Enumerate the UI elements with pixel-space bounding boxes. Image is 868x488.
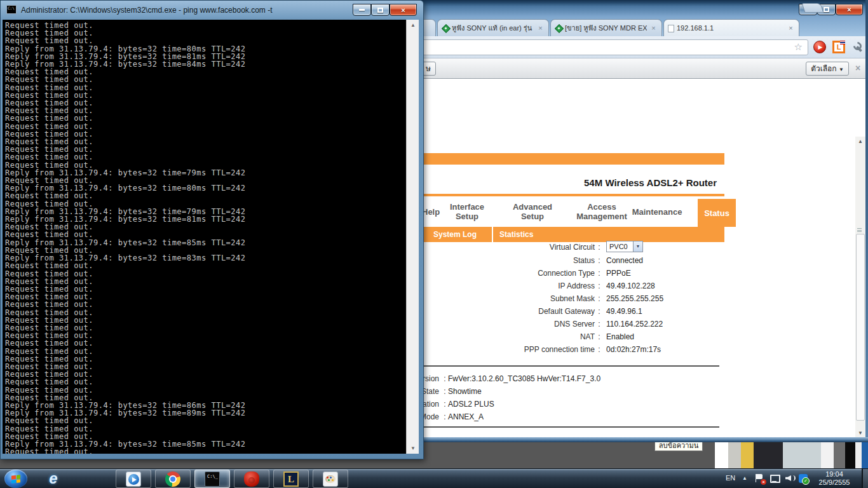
row-value: ADSL2 PLUS: [448, 400, 494, 409]
app-icon: [165, 471, 180, 487]
row-colon: :: [595, 320, 604, 329]
tab-favicon: [668, 25, 674, 32]
scroll-down-icon[interactable]: ▼: [855, 428, 865, 437]
cmd-titlebar[interactable]: C:\ Administrator: C:\Windows\system32\c…: [1, 1, 423, 20]
start-button[interactable]: [4, 470, 27, 488]
browser-toolbar: ☆ ▶ L: [417, 36, 868, 58]
row-value: Showtime: [448, 387, 482, 396]
page-scrollbar[interactable]: ▲ ▼: [855, 137, 865, 437]
nav-tab[interactable]: Status: [698, 199, 736, 227]
device-info-row: Status : Connected: [422, 256, 724, 269]
maximize-button[interactable]: [371, 4, 390, 16]
internet-explorer-button[interactable]: e: [42, 471, 65, 487]
maximize-icon: [377, 8, 383, 13]
router-nav: Interface SetupAdvanced SetupAccess Mana…: [422, 196, 724, 227]
tab-favicon: [555, 24, 562, 32]
red-app-button[interactable]: [234, 470, 269, 488]
scrollbar-thumb[interactable]: [856, 234, 865, 421]
nav-tab[interactable]: Advanced Setup: [504, 196, 561, 227]
volume-icon[interactable]: [785, 473, 795, 484]
close-button[interactable]: ×: [836, 4, 863, 15]
close-icon: ×: [847, 6, 851, 13]
taskbar: e C:\_ L: [0, 468, 868, 488]
cmd-window: C:\ Administrator: C:\Windows\system32\c…: [0, 0, 424, 459]
nav-tab[interactable]: Maintenance: [637, 196, 677, 227]
cmd-scrollbar[interactable]: ▲ ▼: [406, 20, 419, 454]
infobar-options-button[interactable]: ตัวเลือก ▼: [806, 62, 849, 76]
language-indicator[interactable]: EN: [726, 474, 735, 482]
row-value: 0d:02h:27m:17s: [606, 345, 661, 354]
adsl-row: Modulation : ADSL2 PLUS: [422, 400, 724, 412]
infobar-close-icon[interactable]: ×: [855, 63, 860, 73]
close-button[interactable]: ×: [390, 4, 417, 16]
cmd-button[interactable]: C:\_: [194, 470, 230, 488]
cmd-output[interactable]: Request timed out.Request timed out.Requ…: [3, 20, 406, 454]
row-value: 110.164.252.222: [606, 320, 663, 329]
row-value: ANNEX_A: [448, 412, 484, 421]
browser-tab[interactable]: [ขาย] หูฟัง SONY MDR EX ×: [550, 19, 662, 36]
cmd-output-line: Request timed out.: [5, 448, 406, 454]
scroll-up-icon[interactable]: ▲: [407, 20, 419, 30]
minimize-button[interactable]: [353, 4, 371, 16]
play-icon: ▶: [818, 44, 823, 50]
clock[interactable]: 19:04 25/9/2555: [815, 470, 854, 487]
wrench-menu-icon[interactable]: [853, 41, 864, 53]
chrome-window: × × หูฟัง SONY แท้ (in ear) รุ่น × [ขาย]…: [417, 0, 868, 442]
show-hidden-icons-chevron[interactable]: ▲: [742, 475, 747, 481]
tab-label: หูฟัง SONY แท้ (in ear) รุ่น: [452, 22, 534, 34]
chevron-down-icon: ▼: [839, 67, 844, 72]
device-info-row: Connection Type : PPPoE: [422, 269, 724, 281]
row-label: Connection Type: [538, 269, 595, 278]
cmd-output-line: Request timed out.: [5, 309, 406, 316]
media-player-button[interactable]: [116, 470, 151, 488]
subnav-system-log[interactable]: System Log: [433, 227, 477, 242]
photo-fragment: [855, 442, 862, 468]
tab-close-icon[interactable]: ×: [536, 24, 545, 32]
virtual-circuit-select[interactable]: PVC0 ▼: [606, 241, 643, 252]
nav-tab[interactable]: Help: [422, 196, 440, 227]
browser-tab[interactable]: 192.168.1.1 ×: [663, 19, 799, 36]
row-value: FwVer:3.10.2.60_TC3085 HwVer:T14.F7_3.0: [448, 374, 600, 383]
select-dropdown-icon[interactable]: ▼: [633, 241, 642, 252]
row-colon: :: [595, 307, 604, 316]
chrome-button[interactable]: [155, 470, 191, 488]
row-colon: :: [595, 269, 604, 278]
address-bar[interactable]: ☆: [414, 39, 808, 55]
subnav-statistics[interactable]: Statistics: [499, 227, 533, 242]
tab-close-icon[interactable]: ×: [649, 24, 658, 32]
paint-button[interactable]: [313, 470, 348, 488]
tab-favicon: [442, 24, 449, 32]
device-info-row: PPP connection time : 0d:02h:27m:17s: [422, 345, 724, 358]
longdo-dict-extension-icon[interactable]: L: [832, 41, 845, 53]
cmd-titlebar-icon: C:\: [6, 5, 17, 14]
router-page-title: 54M Wireless ADSL2+ Router: [422, 177, 717, 188]
section-divider: [422, 426, 719, 428]
row-value: Connected: [606, 256, 643, 265]
dropbox-icon[interactable]: [799, 474, 808, 483]
tab-label: 192.168.1.1: [677, 24, 784, 32]
nav-tab[interactable]: Interface Setup: [438, 196, 496, 227]
photo-fragment: [728, 442, 741, 468]
row-colon: :: [595, 243, 604, 252]
cmd-output-line: Request timed out.: [5, 192, 406, 200]
nav-tab[interactable]: Access Management: [570, 196, 634, 227]
scrollbar-grip: [857, 228, 862, 232]
cmd-output-line: Request timed out.: [5, 123, 406, 130]
browser-tab[interactable]: หูฟัง SONY แท้ (in ear) รุ่น ×: [437, 19, 549, 36]
action-center-flag-icon[interactable]: [755, 473, 765, 484]
scroll-down-icon[interactable]: ▼: [407, 443, 419, 454]
tab-close-icon[interactable]: ×: [787, 24, 795, 32]
network-icon[interactable]: [770, 473, 780, 484]
tab-label: [ขาย] หูฟัง SONY MDR EX: [565, 22, 647, 34]
bookmark-star-icon[interactable]: ☆: [794, 41, 803, 53]
downloader-extension-icon[interactable]: ▶: [813, 41, 826, 53]
new-tab-button[interactable]: [802, 3, 824, 13]
show-desktop-button[interactable]: [862, 469, 868, 488]
scroll-up-icon[interactable]: ▲: [855, 137, 865, 147]
row-value: Enabled: [606, 332, 634, 341]
league-of-legends-button[interactable]: L: [273, 470, 309, 488]
minimize-icon: [359, 9, 365, 11]
photo-fragment: [715, 442, 728, 468]
infobar: ษ ตัวเลือก ▼ ×: [417, 58, 868, 79]
app-icon: [323, 471, 338, 487]
